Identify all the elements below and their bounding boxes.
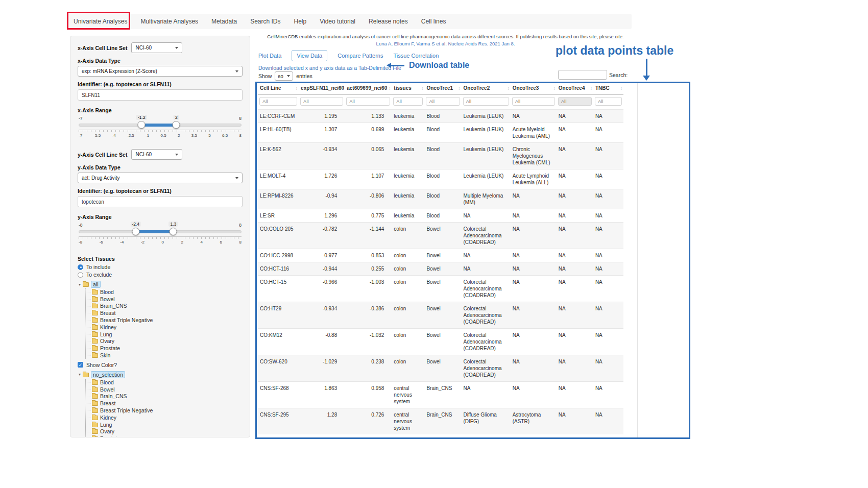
column-filter-input[interactable]: All xyxy=(512,97,555,106)
view-tab[interactable]: View Data xyxy=(292,50,327,61)
nav-tab[interactable]: Multivariate Analyses xyxy=(140,18,198,25)
tree-node-all[interactable]: ▾ all xyxy=(79,280,243,288)
sort-icon[interactable]: ↕ xyxy=(421,86,423,91)
table-row[interactable]: CO:HT29 -0.934 -0.386 colon Bowel Colore… xyxy=(258,302,623,329)
y-cell-line-set-select[interactable]: NCI-60 xyxy=(131,149,182,160)
table-row[interactable]: LE:MOLT-4 1.726 1.107 leukemia Blood Leu… xyxy=(258,169,623,189)
view-tab[interactable]: Tissue Correlation xyxy=(393,51,439,61)
sort-icon[interactable]: ↕ xyxy=(620,86,622,91)
sort-icon[interactable]: ↕ xyxy=(507,86,509,91)
column-header[interactable]: OncoTree1 ↕ xyxy=(424,82,461,95)
tree-item-label: Bowel xyxy=(100,386,115,393)
sort-icon[interactable]: ↕ xyxy=(342,86,344,91)
tree-node-tissue[interactable]: Blood xyxy=(86,379,243,386)
search-input[interactable] xyxy=(558,70,607,80)
radio-checked-icon[interactable] xyxy=(78,264,83,270)
slider-handle-low[interactable] xyxy=(138,121,146,129)
tree-node-tissue[interactable]: Breast Triple Negative xyxy=(86,316,243,324)
caret-down-icon[interactable]: ▾ xyxy=(79,282,81,287)
show-color-checkbox[interactable]: ✓ Show Color? xyxy=(78,362,243,368)
table-row[interactable]: CO:COLO 205 -0.782 -1.144 colon Bowel Co… xyxy=(258,223,623,249)
table-row[interactable]: LE:RPMI-8226 -0.94 -0.806 leukemia Blood… xyxy=(258,189,623,209)
tissue-exclude-radio[interactable]: To exclude xyxy=(78,272,243,278)
nav-tab[interactable]: Cell lines xyxy=(421,18,446,25)
slider-handle-low[interactable] xyxy=(132,228,139,235)
tree-node-tissue[interactable]: Bowel xyxy=(86,386,243,393)
nav-tab[interactable]: Search IDs xyxy=(250,18,280,25)
tree-node-tissue[interactable]: Breast xyxy=(86,400,243,407)
tree-node-tissue[interactable]: Prostate xyxy=(86,345,243,352)
view-tab[interactable]: Compare Patterns xyxy=(337,51,383,61)
x-identifier-input[interactable] xyxy=(78,89,243,101)
sort-icon[interactable]: ↕ xyxy=(590,86,592,91)
y-axis-range-slider[interactable]: -8 8 -2.4 1.3 -8-6-4-202468 xyxy=(79,222,242,248)
tree-node-tissue[interactable]: Kidney xyxy=(86,414,243,421)
caret-down-icon[interactable]: ▾ xyxy=(79,372,81,377)
column-filter-input[interactable]: All xyxy=(300,97,343,106)
table-row[interactable]: LE:K-562 -0.934 0.065 leukemia Blood Leu… xyxy=(258,143,623,169)
column-filter-input[interactable]: All xyxy=(558,97,592,106)
table-row[interactable]: LE:HL-60(TB) 1.307 0.699 leukemia Blood … xyxy=(258,123,623,143)
column-header[interactable]: OncoTree4 ↕ xyxy=(557,82,593,95)
column-filter-input[interactable]: All xyxy=(393,97,423,106)
x-data-type-select[interactable]: exp: mRNA Expression (Z-Score) xyxy=(78,66,243,77)
y-data-type-select[interactable]: act: Drug Activity xyxy=(78,173,243,183)
table-row[interactable]: CO:HCC-2998 -0.977 -0.853 colon Bowel NA… xyxy=(258,249,623,262)
column-filter-input[interactable]: All xyxy=(595,97,622,106)
view-tab[interactable]: Plot Data xyxy=(258,51,281,61)
tree-node-no-selection[interactable]: ▾ no_selection xyxy=(79,371,243,379)
table-row[interactable]: CNS:SF-295 1.28 0.726 central nervous sy… xyxy=(258,408,623,435)
sort-icon[interactable]: ↕ xyxy=(553,86,556,91)
nav-tab[interactable]: Help xyxy=(294,18,307,25)
column-header[interactable]: OncoTree3 ↕ xyxy=(511,82,557,95)
sort-icon[interactable]: ↕ xyxy=(296,86,298,91)
column-filter-input[interactable]: All xyxy=(463,97,509,106)
tree-node-tissue[interactable]: Blood xyxy=(86,288,243,296)
column-header[interactable]: expSLFN11_nci60 ↕ xyxy=(299,82,345,95)
tree-node-tissue[interactable]: Brain_CNS xyxy=(86,303,243,310)
nav-tab[interactable]: Univariate Analyses xyxy=(74,18,127,25)
table-row[interactable]: CNS:SF-268 1.863 0.958 central nervous s… xyxy=(258,382,623,408)
column-filter-input[interactable]: All xyxy=(259,97,297,106)
tree-node-tissue[interactable]: Prostate xyxy=(86,435,243,437)
column-header[interactable]: Cell Line ↕ xyxy=(258,82,299,95)
x-cell-line-set-select[interactable]: NCI-60 xyxy=(131,42,182,53)
sort-icon[interactable]: ↕ xyxy=(389,86,391,91)
table-row[interactable]: LE:SR 1.296 0.775 leukemia Blood NA NA N… xyxy=(258,209,623,223)
tree-node-tissue[interactable]: Brain_CNS xyxy=(86,393,243,400)
nav-tab[interactable]: Video tutorial xyxy=(320,18,355,25)
tree-node-tissue[interactable]: Lung xyxy=(86,421,243,428)
oncotree4-cell: NA xyxy=(557,408,593,435)
slider-handle-high[interactable] xyxy=(170,228,177,235)
table-row[interactable]: CO:KM12 -0.88 -1.032 colon Bowel Colorec… xyxy=(258,329,623,355)
tree-node-tissue[interactable]: Lung xyxy=(86,331,243,338)
tree-node-tissue[interactable]: Bowel xyxy=(86,296,243,303)
tree-node-tissue[interactable]: Breast Triple Negative xyxy=(86,407,243,414)
column-header[interactable]: act609699_nci60 ↕ xyxy=(345,82,392,95)
tree-node-tissue[interactable]: Breast xyxy=(86,309,243,316)
entries-select[interactable]: 60 xyxy=(275,71,293,81)
tree-node-tissue[interactable]: Ovary xyxy=(86,428,243,435)
nav-tab[interactable]: Release notes xyxy=(369,18,408,25)
slider-handle-high[interactable] xyxy=(173,121,180,129)
table-row[interactable]: CO:SW-620 -1.029 0.238 colon Bowel Color… xyxy=(258,355,623,382)
column-header[interactable]: TNBC ↕ xyxy=(593,82,623,95)
download-link[interactable]: Download selected x and y axis data as a… xyxy=(258,65,401,71)
table-row[interactable]: LE:CCRF-CEM 1.195 1.133 leukemia Blood L… xyxy=(258,110,623,123)
column-header[interactable]: tissues ↕ xyxy=(392,82,424,95)
tree-node-tissue[interactable]: Kidney xyxy=(86,324,243,331)
x-axis-range-slider[interactable]: -7 8 -1.2 2 -7-5.5-4-2.5-10.523.556.58 xyxy=(79,115,242,141)
y-identifier-input[interactable] xyxy=(78,196,243,207)
checkbox-checked-icon[interactable]: ✓ xyxy=(78,362,83,368)
nav-tab[interactable]: Metadata xyxy=(211,18,237,25)
sort-icon[interactable]: ↕ xyxy=(458,86,460,91)
table-row[interactable]: CO:HCT-15 -0.966 -1.003 colon Bowel Colo… xyxy=(258,276,623,302)
tree-node-tissue[interactable]: Ovary xyxy=(86,338,243,345)
tissue-include-radio[interactable]: To include xyxy=(78,264,243,270)
column-filter-input[interactable]: All xyxy=(346,97,390,106)
tree-node-tissue[interactable]: Skin xyxy=(86,352,243,359)
radio-unchecked-icon[interactable] xyxy=(78,272,83,278)
column-header[interactable]: OncoTree2 ↕ xyxy=(462,82,511,95)
column-filter-input[interactable]: All xyxy=(426,97,460,106)
table-row[interactable]: CO:HCT-116 -0.944 0.255 colon Bowel NA N… xyxy=(258,262,623,276)
